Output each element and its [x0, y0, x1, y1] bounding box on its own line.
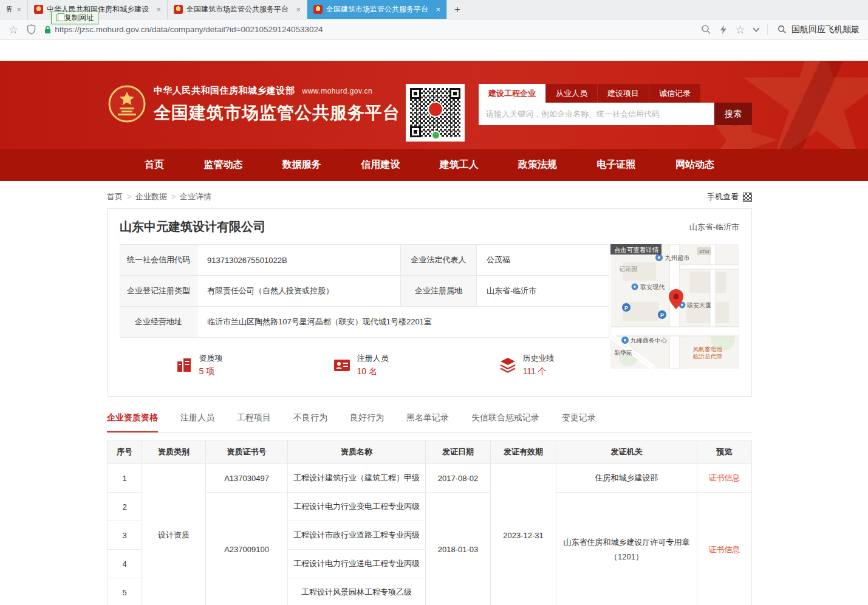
copy-url-label: 复制网址: [64, 13, 94, 23]
seq-cell: 3: [108, 521, 142, 550]
stat-value: 5 项: [199, 366, 223, 377]
tab-close-icon[interactable]: ×: [16, 5, 21, 14]
tab-projects[interactable]: 工程项目: [237, 412, 271, 432]
search-tab-enterprise[interactable]: 建设工程企业: [479, 84, 546, 103]
search-tab-credit[interactable]: 诚信记录: [649, 84, 701, 103]
search-tab-project[interactable]: 建设项目: [598, 84, 649, 103]
col-issue-date: 发证日期: [426, 440, 491, 464]
qr-finder: [410, 126, 421, 137]
category-cell: 设计资质: [142, 464, 206, 605]
reg-type-value: 有限责任公司（自然人投资或控股）: [197, 276, 401, 307]
stat-label: 资质项: [199, 353, 223, 364]
map-parking-icon: P: [660, 312, 664, 318]
site-header: 中华人民共和国住房和城乡建设部www.mohurd.gov.cn 全国建筑市场监…: [0, 61, 868, 149]
tab-good-behavior[interactable]: 良好行为: [350, 412, 384, 432]
tab-favicon-icon: [174, 5, 183, 14]
qualification-table: 序号 资质类别 资质证书号 资质名称 发证日期 发证有效期 发证机关 预览 1 …: [107, 440, 752, 605]
hot-search-box[interactable]: 国航回应飞机颠簸: [767, 24, 859, 35]
issue-date-cell: 2018-01-03: [426, 493, 491, 605]
map-parking-icon: P: [624, 305, 628, 311]
tab-blacklist[interactable]: 黑名单记录: [406, 412, 449, 432]
stat-qualifications[interactable]: 资质项 5 项: [175, 353, 223, 377]
search-icon: [777, 25, 787, 34]
qual-name-cell: 工程设计电力行业变电工程专业丙级: [288, 493, 426, 521]
layers-icon: [499, 356, 517, 374]
location-map[interactable]: ATM 九州超市 记花园 联安现代 P P 联安大厦 九峰商务: [610, 244, 739, 384]
breadcrumb-current: 企业详情: [180, 191, 211, 202]
nav-item-news[interactable]: 网站动态: [675, 159, 714, 171]
address-value: 临沂市兰山区陶然路107号星河晶都（联安）现代城1号楼2201室: [197, 307, 609, 338]
certificate-icon: [175, 356, 193, 374]
breadcrumb-home[interactable]: 首页: [107, 191, 123, 202]
favorites-star-icon[interactable]: ☆: [736, 24, 745, 35]
cert-no-cell: A137030497: [206, 464, 288, 493]
breadcrumb-enterprise-data[interactable]: 企业数据: [135, 191, 167, 202]
nav-item-data-service[interactable]: 数据服务: [282, 159, 321, 171]
hot-search-text: 国航回应飞机颠簸: [791, 24, 859, 35]
valid-until-cell: 2023-12-31: [491, 464, 556, 605]
address-label: 企业经营地址: [120, 307, 197, 338]
cert-no-cell: A237009100: [206, 493, 288, 605]
mobile-view-button[interactable]: 手机查看: [707, 191, 752, 202]
keyword-search-input[interactable]: [479, 103, 714, 125]
chevron-down-icon[interactable]: [753, 25, 759, 32]
tab-label: 全国建筑市场监管公共服务平台: [326, 4, 431, 15]
search-button[interactable]: 搜索: [714, 103, 752, 125]
page-top-gap: [0, 40, 868, 61]
col-preview: 预览: [697, 440, 752, 464]
nav-item-policy[interactable]: 政策法规: [518, 159, 557, 171]
url-text: https://jzsc.mohurd.gov.cn/data/company/…: [55, 25, 323, 34]
tab-close-icon[interactable]: ×: [156, 5, 161, 14]
decor-ribbon: [765, 61, 868, 149]
stat-label: 注册人员: [357, 353, 389, 364]
site-brand[interactable]: 中华人民共和国住房和城乡建设部www.mohurd.gov.cn 全国建筑市场监…: [108, 85, 400, 125]
tab-label: 界: [6, 4, 12, 15]
credit-code-value: 91371302675501022B: [197, 245, 401, 276]
nav-item-credit[interactable]: 信用建设: [361, 159, 400, 171]
company-name: 山东中元建筑设计有限公司: [120, 219, 265, 235]
authority-cell: 住房和城乡建设部: [556, 464, 697, 493]
nav-item-licenses[interactable]: 电子证照: [597, 159, 636, 171]
bookmark-star-icon[interactable]: ☆: [9, 24, 18, 35]
browser-tab-jzsc-active[interactable]: 全国建筑市场监管公共服务平台 ×: [307, 0, 447, 19]
flash-icon[interactable]: [720, 24, 727, 35]
col-seq: 序号: [108, 440, 142, 464]
tab-change-records[interactable]: 变更记录: [562, 412, 596, 432]
personnel-icon: [333, 356, 351, 374]
url-field[interactable]: https://jzsc.mohurd.gov.cn/data/company/…: [44, 25, 692, 34]
browser-tab-jzsc-1[interactable]: 全国建筑市场监管公共服务平台 ×: [168, 0, 307, 19]
tab-close-icon[interactable]: ×: [296, 5, 301, 14]
qr-center-logo: [428, 101, 443, 117]
map-label-modern: 联安现代: [640, 284, 665, 290]
tab-close-icon[interactable]: ×: [436, 5, 440, 14]
copy-icon: [56, 15, 61, 21]
nav-item-supervision[interactable]: 监管动态: [203, 159, 242, 171]
tab-qualifications[interactable]: 企业资质资格: [107, 412, 158, 432]
shield-icon[interactable]: [27, 24, 36, 35]
nav-item-home[interactable]: 首页: [145, 159, 164, 171]
legal-rep-label: 企业法定代表人: [401, 245, 477, 276]
nav-item-workers[interactable]: 建筑工人: [440, 159, 479, 171]
breadcrumb-sep-icon: >: [127, 193, 131, 201]
tab-bad-behavior[interactable]: 不良行为: [293, 412, 327, 432]
lock-icon: [44, 26, 51, 34]
cert-info-link[interactable]: 证书信息: [697, 464, 752, 493]
ministry-url: www.mohurd.gov.cn: [302, 87, 373, 95]
tab-dishonesty[interactable]: 失信联合惩戒记录: [471, 412, 539, 432]
browser-tab-partial[interactable]: 界 ×: [0, 0, 28, 19]
stat-performance[interactable]: 历史业绩 111 个: [499, 353, 555, 377]
new-tab-button[interactable]: +: [447, 0, 468, 19]
seq-cell: 4: [108, 550, 142, 578]
table-row: 1 设计资质 A137030497 工程设计建筑行业（建筑工程）甲级 2017-…: [108, 464, 752, 493]
qr-code: [406, 84, 465, 142]
map-label-atm: ATM: [699, 249, 709, 255]
tab-registered-personnel[interactable]: 注册人员: [180, 412, 214, 432]
search-tab-personnel[interactable]: 从业人员: [546, 84, 598, 103]
copy-url-tooltip[interactable]: 复制网址: [51, 12, 98, 24]
seq-cell: 2: [108, 493, 142, 521]
cert-info-link[interactable]: 证书信息: [697, 493, 752, 605]
stat-registered-personnel[interactable]: 注册人员 10 名: [333, 353, 389, 377]
qr-finder: [410, 88, 421, 99]
stat-value: 10 名: [357, 366, 389, 377]
zoom-icon[interactable]: [701, 24, 711, 35]
